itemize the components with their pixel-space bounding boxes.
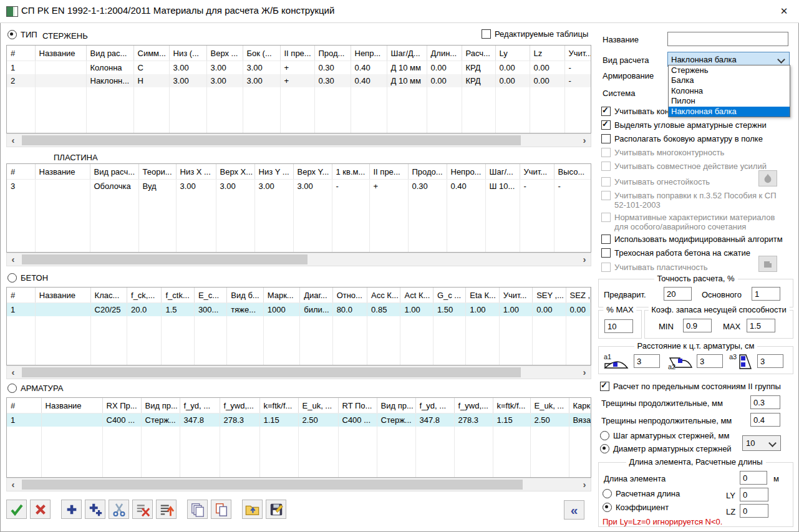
column-header[interactable]: f_ywd,... bbox=[220, 398, 259, 414]
table-row[interactable]: 1КолоннаС3.003.003.00+0.300.40Д 10 мм0.0… bbox=[7, 61, 591, 75]
table-cell[interactable]: 0.40 bbox=[351, 74, 387, 87]
radio-coefficient[interactable]: Коэффициент bbox=[603, 503, 669, 512]
checkbox-constructive[interactable]: Учитывать конс bbox=[601, 107, 673, 116]
checkbox-sls-group2[interactable]: Расчет по предельным состояниям II групп… bbox=[600, 382, 781, 391]
column-header[interactable]: Марк... bbox=[263, 288, 299, 303]
checkbox-side-reinforcement[interactable]: Располагать боковую арматуру в полке bbox=[601, 134, 763, 143]
table-cell[interactable]: 347.8 bbox=[415, 414, 454, 427]
table-row[interactable]: 1C20/2520.01.5300...тяже...1000били...80… bbox=[7, 303, 591, 317]
table-cell[interactable]: Стерж... bbox=[141, 414, 180, 427]
column-header[interactable]: Название bbox=[35, 288, 90, 303]
plastina-hscrollbar[interactable] bbox=[6, 253, 591, 266]
column-header[interactable]: Верх ... bbox=[206, 46, 243, 61]
table-cell[interactable]: 1.00 bbox=[400, 303, 433, 317]
column-header[interactable]: 1 кв.м... bbox=[332, 164, 369, 180]
scrollbar-thumb[interactable] bbox=[22, 135, 521, 145]
radio-calc-length[interactable]: Расчетная длина bbox=[603, 489, 680, 498]
table-cell[interactable]: 1.15 bbox=[493, 414, 530, 427]
add-row-copy-button[interactable] bbox=[85, 500, 105, 519]
column-header[interactable]: RT По... bbox=[338, 398, 377, 414]
copy-button[interactable] bbox=[187, 500, 208, 519]
table-cell[interactable]: 1.50 bbox=[433, 303, 465, 317]
table-cell[interactable]: 3.00 bbox=[206, 74, 243, 87]
dropdown-item-selected[interactable]: Наклонная балка bbox=[669, 107, 790, 117]
column-header[interactable]: Низ Y ... bbox=[254, 164, 293, 180]
table-cell[interactable]: Колонна bbox=[86, 61, 133, 75]
table-cell[interactable]: 1.00 bbox=[499, 303, 532, 317]
column-header[interactable]: Вид б... bbox=[227, 288, 263, 303]
close-button[interactable] bbox=[777, 4, 792, 19]
column-header[interactable]: Непро... bbox=[447, 164, 485, 180]
column-header[interactable]: # bbox=[7, 164, 35, 180]
table-cell[interactable]: 1.00 bbox=[466, 303, 499, 317]
a3-input[interactable] bbox=[757, 354, 783, 368]
column-header[interactable]: f_ck,... bbox=[127, 288, 162, 303]
column-header[interactable]: Карка... bbox=[569, 398, 591, 414]
table-cell[interactable]: 3.00 bbox=[216, 180, 254, 193]
table-cell[interactable]: Наклонн... bbox=[86, 74, 133, 87]
table-cell[interactable]: - bbox=[554, 180, 591, 193]
table-cell[interactable]: 1000 bbox=[263, 303, 299, 317]
max-input[interactable] bbox=[747, 319, 775, 332]
table-cell[interactable]: 0.00 bbox=[427, 61, 462, 75]
paste-button[interactable] bbox=[211, 500, 231, 519]
prelim-input[interactable] bbox=[664, 287, 692, 301]
table-cell[interactable]: 3.00 bbox=[243, 61, 280, 75]
ly-input[interactable] bbox=[740, 488, 768, 501]
table-cell[interactable] bbox=[35, 74, 86, 87]
column-header[interactable]: Название bbox=[41, 398, 102, 414]
column-header[interactable]: Учит... bbox=[564, 46, 591, 61]
checkbox-modified-algorithm[interactable]: Использовать модифицированный алгоритм bbox=[601, 235, 783, 244]
column-header[interactable]: Lz bbox=[530, 46, 564, 61]
table-cell[interactable]: 278.3 bbox=[220, 414, 259, 427]
column-header[interactable]: Длин... bbox=[427, 46, 462, 61]
a1-input[interactable] bbox=[634, 354, 660, 368]
column-header[interactable]: Отно... bbox=[332, 288, 367, 303]
table-cell[interactable]: - bbox=[564, 74, 591, 87]
table-cell[interactable] bbox=[35, 180, 90, 193]
scroll-left-icon[interactable] bbox=[7, 366, 19, 379]
column-header[interactable]: Учит... bbox=[520, 164, 554, 180]
table-cell[interactable]: Н bbox=[133, 74, 169, 87]
table-cell[interactable]: 0.00 bbox=[427, 74, 462, 87]
cut-button[interactable] bbox=[109, 500, 129, 519]
column-header[interactable]: Расч... bbox=[462, 46, 495, 61]
column-header[interactable]: # bbox=[7, 46, 35, 61]
cancel-button[interactable] bbox=[30, 500, 51, 519]
table-cell[interactable]: 0.40 bbox=[447, 180, 485, 193]
table-cell[interactable]: 0.00 bbox=[566, 303, 590, 317]
table-cell[interactable]: КРД bbox=[462, 74, 495, 87]
table-cell[interactable]: 20.0 bbox=[127, 303, 162, 317]
table-cell[interactable]: 0.00 bbox=[530, 74, 564, 87]
column-header[interactable]: Прод... bbox=[314, 46, 351, 61]
column-header[interactable]: SEY ,... bbox=[533, 288, 566, 303]
column-header[interactable]: II пре... bbox=[369, 164, 408, 180]
table-cell[interactable]: тяже... bbox=[227, 303, 263, 317]
table-cell[interactable]: C400 ... bbox=[102, 414, 141, 427]
table-cell[interactable]: + bbox=[369, 180, 408, 193]
column-header[interactable]: Вид пр... bbox=[141, 398, 180, 414]
column-header[interactable]: Вид рас... bbox=[86, 46, 133, 61]
insert-row-button[interactable] bbox=[156, 500, 177, 519]
dropdown-item[interactable]: Стержень bbox=[669, 65, 790, 75]
table-cell[interactable]: 3.00 bbox=[169, 61, 206, 75]
scrollbar-thumb[interactable] bbox=[22, 367, 521, 377]
table-cell[interactable]: 0.30 bbox=[314, 74, 351, 87]
table-cell[interactable]: Ш 10... bbox=[485, 180, 520, 193]
table-cell[interactable]: 0.00 bbox=[495, 61, 530, 75]
column-header[interactable]: Учит... bbox=[499, 288, 532, 303]
pmax-input[interactable] bbox=[604, 319, 633, 333]
table-cell[interactable]: 0.40 bbox=[351, 61, 387, 75]
column-header[interactable]: E_uk, ... bbox=[298, 398, 338, 414]
table-cell[interactable]: Д 10 мм bbox=[387, 74, 427, 87]
table-cell[interactable]: 2.50 bbox=[298, 414, 338, 427]
table-cell[interactable]: + bbox=[280, 74, 314, 87]
table-cell[interactable]: 1.15 bbox=[259, 414, 298, 427]
table-cell[interactable] bbox=[35, 61, 86, 75]
min-input[interactable] bbox=[683, 319, 712, 332]
column-header[interactable]: Название bbox=[35, 46, 86, 61]
column-header[interactable]: Верх X... bbox=[216, 164, 254, 180]
column-header[interactable]: Eta К... bbox=[466, 288, 499, 303]
radio-bar-step[interactable]: Шаг арматурных стержней, мм bbox=[600, 431, 729, 440]
table-cell[interactable]: 80.0 bbox=[332, 303, 367, 317]
